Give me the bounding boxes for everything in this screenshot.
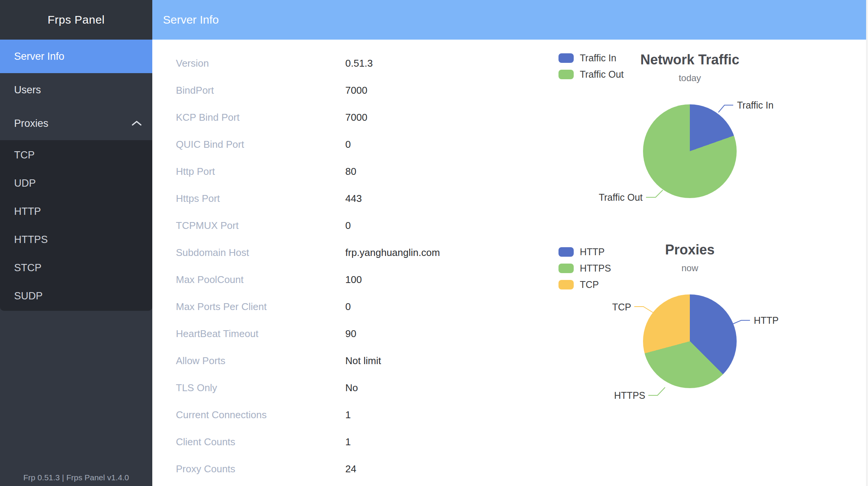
version-footer: Frp 0.51.3 | Frps Panel v1.4.0 — [0, 473, 152, 482]
legend-label: TCP — [580, 279, 599, 290]
sidebar-item-udp[interactable]: UDP — [0, 169, 152, 197]
connector-traffic-out — [646, 190, 663, 197]
row-value: 443 — [345, 193, 362, 205]
submenu-label: HTTP — [14, 206, 41, 217]
chart-title: Network Traffic — [595, 52, 785, 68]
row-label: BindPort — [176, 85, 345, 96]
table-row: Version0.51.3 — [176, 50, 440, 77]
sidebar-item-label: Users — [14, 84, 41, 96]
row-label: HeartBeat Timeout — [176, 328, 345, 340]
connector-traffic-in — [718, 105, 733, 112]
row-value: 80 — [345, 166, 356, 177]
sidebar-menu: Server Info Users Proxies TCP UDP HTTP H… — [0, 40, 152, 311]
row-value: 0 — [345, 301, 351, 313]
legend-swatch-icon — [558, 247, 574, 257]
page-header: Server Info — [152, 0, 868, 40]
server-info-list: Version0.51.3 BindPort7000 KCP Bind Port… — [176, 50, 440, 483]
row-value: 24 — [345, 463, 356, 475]
chart-subtitle: now — [595, 263, 785, 273]
sidebar-item-users[interactable]: Users — [0, 73, 152, 107]
connector-https — [648, 387, 665, 395]
submenu-label: HTTPS — [14, 234, 48, 246]
table-row: BindPort7000 — [176, 77, 440, 104]
pie-slice-label: TCP — [536, 302, 631, 313]
table-row: QUIC Bind Port0 — [176, 131, 440, 158]
legend-swatch-icon — [558, 280, 574, 289]
row-label: QUIC Bind Port — [176, 139, 345, 150]
submenu-label: STCP — [14, 262, 41, 274]
row-label: Max Ports Per Client — [176, 301, 345, 313]
chevron-up-icon — [131, 120, 142, 127]
scrollbar[interactable] — [866, 0, 868, 486]
row-value: 100 — [345, 274, 362, 286]
row-label: Allow Ports — [176, 355, 345, 367]
row-value: Not limit — [345, 355, 381, 367]
proxies-pie — [643, 294, 737, 388]
main-area: Server Info Version0.51.3 BindPort7000 K… — [152, 0, 868, 486]
row-label: Max PoolCount — [176, 274, 345, 286]
sidebar-item-tcp[interactable]: TCP — [0, 141, 152, 169]
legend-item-tcp[interactable]: TCP — [558, 277, 611, 293]
proxies-submenu: TCP UDP HTTP HTTPS STCP SUDP — [0, 140, 152, 311]
server-info-content: Version0.51.3 BindPort7000 KCP Bind Port… — [152, 40, 868, 486]
table-row: Https Port443 — [176, 185, 440, 212]
network-traffic-pie — [643, 104, 737, 198]
row-value: 1 — [345, 409, 351, 421]
row-label: KCP Bind Port — [176, 112, 345, 123]
table-row: TCPMUX Port0 — [176, 212, 440, 239]
row-label: Subdomain Host — [176, 247, 345, 259]
table-row: HeartBeat Timeout90 — [176, 320, 440, 347]
row-label: TCPMUX Port — [176, 220, 345, 232]
row-value: 1 — [345, 436, 351, 448]
app-title: Frps Panel — [48, 13, 105, 26]
row-value: frp.yanghuanglin.com — [345, 247, 440, 259]
chart-title: Proxies — [595, 242, 785, 258]
pie-slice-label: HTTP — [754, 315, 779, 326]
row-value: 7000 — [345, 85, 367, 96]
table-row: Subdomain Hostfrp.yanghuanglin.com — [176, 239, 440, 266]
row-value: 0.51.3 — [345, 58, 373, 69]
pie-slice-label: HTTPS — [550, 390, 645, 401]
table-row: Allow PortsNot limit — [176, 347, 440, 374]
table-row: KCP Bind Port7000 — [176, 104, 440, 131]
row-label: Https Port — [176, 193, 345, 205]
proxies-titlebox: Proxies now — [595, 242, 785, 273]
table-row: Max PoolCount100 — [176, 266, 440, 293]
table-row: Current Connections1 — [176, 401, 440, 428]
sidebar-item-label: Proxies — [14, 118, 48, 129]
sidebar: Frps Panel Server Info Users Proxies TCP… — [0, 0, 152, 486]
row-value: No — [345, 382, 358, 394]
row-value: 0 — [345, 139, 351, 150]
connector-tcp — [634, 307, 653, 313]
row-label: Http Port — [176, 166, 345, 177]
row-label: TLS Only — [176, 382, 345, 394]
network-traffic-titlebox: Network Traffic today — [595, 52, 785, 83]
legend-swatch-icon — [558, 70, 574, 79]
table-row: Client Counts1 — [176, 428, 440, 456]
row-value: 90 — [345, 328, 356, 340]
submenu-label: SUDP — [14, 290, 43, 302]
submenu-label: TCP — [14, 149, 35, 161]
table-row: TLS OnlyNo — [176, 374, 440, 401]
connector-http — [733, 320, 750, 324]
sidebar-item-label: Server Info — [14, 51, 64, 62]
submenu-label: UDP — [14, 177, 36, 189]
sidebar-item-sudp[interactable]: SUDP — [0, 282, 152, 310]
page-title: Server Info — [163, 13, 219, 26]
sidebar-header: Frps Panel — [0, 0, 152, 40]
sidebar-item-https[interactable]: HTTPS — [0, 225, 152, 254]
row-label: Current Connections — [176, 409, 345, 421]
pie-slice-label: Traffic Out — [547, 192, 643, 203]
table-row: Proxy Counts24 — [176, 456, 440, 483]
sidebar-item-http[interactable]: HTTP — [0, 197, 152, 225]
row-value: 0 — [345, 220, 351, 232]
row-label: Client Counts — [176, 436, 345, 448]
row-label: Version — [176, 58, 345, 69]
chart-subtitle: today — [595, 73, 785, 83]
sidebar-item-server-info[interactable]: Server Info — [0, 40, 152, 73]
table-row: Max Ports Per Client0 — [176, 293, 440, 320]
row-label: Proxy Counts — [176, 463, 345, 475]
sidebar-item-proxies[interactable]: Proxies — [0, 107, 152, 140]
sidebar-item-stcp[interactable]: STCP — [0, 254, 152, 282]
legend-swatch-icon — [558, 264, 574, 273]
